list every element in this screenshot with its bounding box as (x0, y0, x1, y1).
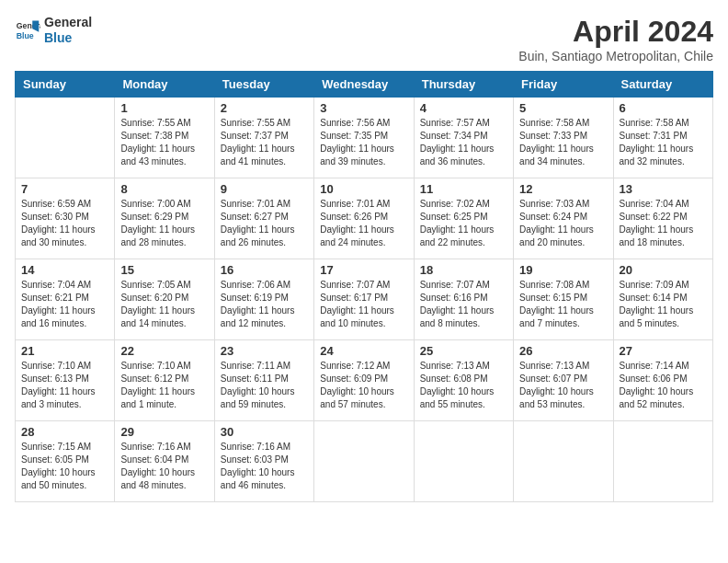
calendar-cell: 6Sunrise: 7:58 AMSunset: 7:31 PMDaylight… (613, 98, 712, 178)
day-info: Sunrise: 7:58 AMSunset: 7:31 PMDaylight:… (620, 117, 707, 168)
weekday-header-wednesday: Wednesday (314, 72, 414, 98)
calendar-cell: 21Sunrise: 7:10 AMSunset: 6:13 PMDayligh… (16, 340, 115, 421)
weekday-header-sunday: Sunday (16, 72, 115, 98)
calendar-cell: 13Sunrise: 7:04 AMSunset: 6:22 PMDayligh… (613, 178, 712, 259)
calendar-cell: 17Sunrise: 7:07 AMSunset: 6:17 PMDayligh… (314, 259, 414, 340)
month-year-title: April 2024 (518, 15, 713, 49)
calendar-cell: 28Sunrise: 7:15 AMSunset: 6:05 PMDayligh… (16, 421, 115, 502)
calendar-cell: 23Sunrise: 7:11 AMSunset: 6:11 PMDayligh… (214, 340, 313, 421)
day-info: Sunrise: 7:13 AMSunset: 6:08 PMDaylight:… (420, 360, 507, 411)
day-info: Sunrise: 7:16 AMSunset: 6:03 PMDaylight:… (221, 441, 308, 492)
day-number: 4 (420, 101, 507, 115)
day-number: 24 (320, 344, 407, 358)
day-info: Sunrise: 7:56 AMSunset: 7:35 PMDaylight:… (320, 117, 407, 168)
day-number: 19 (519, 263, 607, 277)
calendar-cell: 24Sunrise: 7:12 AMSunset: 6:09 PMDayligh… (314, 340, 414, 421)
day-number: 12 (519, 182, 607, 196)
calendar-cell: 15Sunrise: 7:05 AMSunset: 6:20 PMDayligh… (115, 259, 214, 340)
day-number: 10 (320, 182, 407, 196)
day-info: Sunrise: 7:00 AMSunset: 6:29 PMDaylight:… (120, 198, 208, 249)
calendar-cell: 10Sunrise: 7:01 AMSunset: 6:26 PMDayligh… (314, 178, 414, 259)
week-row-5: 28Sunrise: 7:15 AMSunset: 6:05 PMDayligh… (16, 421, 713, 502)
calendar-cell (16, 98, 115, 178)
day-info: Sunrise: 7:07 AMSunset: 6:17 PMDaylight:… (320, 279, 407, 330)
day-number: 16 (221, 263, 308, 277)
day-info: Sunrise: 7:10 AMSunset: 6:13 PMDaylight:… (21, 360, 108, 411)
day-info: Sunrise: 6:59 AMSunset: 6:30 PMDaylight:… (21, 198, 108, 249)
day-number: 15 (120, 263, 208, 277)
day-number: 8 (120, 182, 208, 196)
day-number: 9 (221, 182, 308, 196)
day-info: Sunrise: 7:02 AMSunset: 6:25 PMDaylight:… (420, 198, 507, 249)
day-info: Sunrise: 7:10 AMSunset: 6:12 PMDaylight:… (120, 360, 208, 411)
weekday-header-friday: Friday (514, 72, 613, 98)
day-number: 13 (620, 182, 707, 196)
week-row-1: 1Sunrise: 7:55 AMSunset: 7:38 PMDaylight… (16, 98, 713, 178)
day-info: Sunrise: 7:04 AMSunset: 6:22 PMDaylight:… (620, 198, 707, 249)
day-number: 2 (221, 101, 308, 115)
day-number: 20 (620, 263, 707, 277)
day-number: 29 (120, 425, 208, 439)
day-info: Sunrise: 7:06 AMSunset: 6:19 PMDaylight:… (221, 279, 308, 330)
logo-icon: General Blue (15, 17, 40, 43)
logo: General Blue General Blue (15, 15, 92, 46)
svg-text:Blue: Blue (17, 31, 34, 40)
calendar-cell: 18Sunrise: 7:07 AMSunset: 6:16 PMDayligh… (414, 259, 513, 340)
calendar-cell (613, 421, 712, 502)
day-number: 22 (120, 344, 208, 358)
calendar-cell: 3Sunrise: 7:56 AMSunset: 7:35 PMDaylight… (314, 98, 414, 178)
page-header: General Blue General Blue April 2024 Bui… (15, 15, 713, 63)
day-info: Sunrise: 7:15 AMSunset: 6:05 PMDaylight:… (21, 441, 108, 492)
weekday-header-row: SundayMondayTuesdayWednesdayThursdayFrid… (16, 72, 713, 98)
day-number: 26 (519, 344, 607, 358)
calendar-cell: 16Sunrise: 7:06 AMSunset: 6:19 PMDayligh… (214, 259, 313, 340)
day-info: Sunrise: 7:05 AMSunset: 6:20 PMDaylight:… (120, 279, 208, 330)
day-info: Sunrise: 7:07 AMSunset: 6:16 PMDaylight:… (420, 279, 507, 330)
calendar-cell: 26Sunrise: 7:13 AMSunset: 6:07 PMDayligh… (514, 340, 613, 421)
calendar-cell: 4Sunrise: 7:57 AMSunset: 7:34 PMDaylight… (414, 98, 513, 178)
weekday-header-monday: Monday (115, 72, 214, 98)
weekday-header-thursday: Thursday (414, 72, 513, 98)
day-info: Sunrise: 7:16 AMSunset: 6:04 PMDaylight:… (120, 441, 208, 492)
calendar-cell: 19Sunrise: 7:08 AMSunset: 6:15 PMDayligh… (514, 259, 613, 340)
week-row-4: 21Sunrise: 7:10 AMSunset: 6:13 PMDayligh… (16, 340, 713, 421)
day-number: 11 (420, 182, 507, 196)
day-info: Sunrise: 7:13 AMSunset: 6:07 PMDaylight:… (519, 360, 607, 411)
location-subtitle: Buin, Santiago Metropolitan, Chile (518, 49, 713, 63)
day-info: Sunrise: 7:03 AMSunset: 6:24 PMDaylight:… (519, 198, 607, 249)
calendar-cell: 11Sunrise: 7:02 AMSunset: 6:25 PMDayligh… (414, 178, 513, 259)
day-info: Sunrise: 7:11 AMSunset: 6:11 PMDaylight:… (221, 360, 308, 411)
day-info: Sunrise: 7:01 AMSunset: 6:26 PMDaylight:… (320, 198, 407, 249)
day-info: Sunrise: 7:58 AMSunset: 7:33 PMDaylight:… (519, 117, 607, 168)
day-number: 30 (221, 425, 308, 439)
logo-blue: Blue (44, 30, 92, 46)
weekday-header-tuesday: Tuesday (214, 72, 313, 98)
calendar-table: SundayMondayTuesdayWednesdayThursdayFrid… (15, 71, 713, 502)
weekday-header-saturday: Saturday (613, 72, 712, 98)
day-info: Sunrise: 7:14 AMSunset: 6:06 PMDaylight:… (620, 360, 707, 411)
day-info: Sunrise: 7:57 AMSunset: 7:34 PMDaylight:… (420, 117, 507, 168)
day-number: 25 (420, 344, 507, 358)
day-info: Sunrise: 7:09 AMSunset: 6:14 PMDaylight:… (620, 279, 707, 330)
day-number: 6 (620, 101, 707, 115)
calendar-cell: 20Sunrise: 7:09 AMSunset: 6:14 PMDayligh… (613, 259, 712, 340)
day-number: 28 (21, 425, 108, 439)
day-number: 1 (120, 101, 208, 115)
calendar-cell: 27Sunrise: 7:14 AMSunset: 6:06 PMDayligh… (613, 340, 712, 421)
week-row-2: 7Sunrise: 6:59 AMSunset: 6:30 PMDaylight… (16, 178, 713, 259)
day-info: Sunrise: 7:01 AMSunset: 6:27 PMDaylight:… (221, 198, 308, 249)
title-block: April 2024 Buin, Santiago Metropolitan, … (518, 15, 713, 63)
day-number: 7 (21, 182, 108, 196)
calendar-cell: 9Sunrise: 7:01 AMSunset: 6:27 PMDaylight… (214, 178, 313, 259)
calendar-cell: 14Sunrise: 7:04 AMSunset: 6:21 PMDayligh… (16, 259, 115, 340)
calendar-cell: 1Sunrise: 7:55 AMSunset: 7:38 PMDaylight… (115, 98, 214, 178)
day-info: Sunrise: 7:55 AMSunset: 7:37 PMDaylight:… (221, 117, 308, 168)
week-row-3: 14Sunrise: 7:04 AMSunset: 6:21 PMDayligh… (16, 259, 713, 340)
calendar-cell: 22Sunrise: 7:10 AMSunset: 6:12 PMDayligh… (115, 340, 214, 421)
calendar-cell: 25Sunrise: 7:13 AMSunset: 6:08 PMDayligh… (414, 340, 513, 421)
calendar-cell: 7Sunrise: 6:59 AMSunset: 6:30 PMDaylight… (16, 178, 115, 259)
day-info: Sunrise: 7:08 AMSunset: 6:15 PMDaylight:… (519, 279, 607, 330)
day-number: 27 (620, 344, 707, 358)
calendar-cell (414, 421, 513, 502)
calendar-cell: 30Sunrise: 7:16 AMSunset: 6:03 PMDayligh… (214, 421, 313, 502)
